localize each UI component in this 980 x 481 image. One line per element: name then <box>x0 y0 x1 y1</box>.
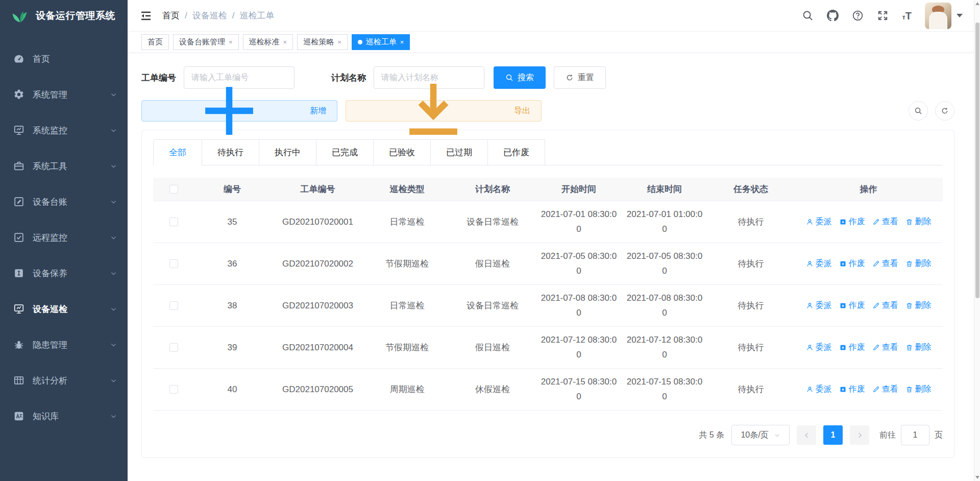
cell-start-time: 2021-07-12 08:30:00 <box>536 327 622 369</box>
close-icon[interactable]: × <box>337 38 341 46</box>
refresh-table-button[interactable] <box>935 101 954 121</box>
row-checkbox[interactable] <box>169 218 178 226</box>
delegate-link[interactable]: 委派 <box>806 258 832 269</box>
goto-page-input[interactable] <box>901 425 929 445</box>
tag-inspection-strategy[interactable]: 巡检策略 × <box>297 34 348 50</box>
trash-icon <box>905 302 913 309</box>
cell-status: 待执行 <box>707 285 794 327</box>
avatar[interactable] <box>925 3 951 29</box>
prev-page-button[interactable] <box>797 425 816 445</box>
delegate-link[interactable]: 委派 <box>806 217 832 227</box>
view-link[interactable]: 查看 <box>872 300 898 311</box>
cell-order-no: GD202107020002 <box>271 243 365 285</box>
tab-expired[interactable]: 已过期 <box>431 139 488 165</box>
row-checkbox[interactable] <box>169 301 178 310</box>
sidebar-item-knowledge-base[interactable]: 知识库 <box>0 398 128 434</box>
reset-button[interactable]: 重置 <box>554 66 606 89</box>
tab-voided[interactable]: 已作废 <box>488 139 545 165</box>
sidebar-item-system-monitor[interactable]: 系统监控 <box>0 112 128 148</box>
page-size-select[interactable]: 10条/页 <box>731 425 790 445</box>
tag-equipment-ledger-mgmt[interactable]: 设备台账管理 × <box>173 34 239 50</box>
pencil-icon <box>872 344 880 351</box>
font-size-icon[interactable]: тT <box>902 11 912 21</box>
delegate-link[interactable]: 委派 <box>806 342 832 353</box>
view-link[interactable]: 查看 <box>872 217 898 227</box>
sidebar-item-hazard-mgmt[interactable]: 隐患管理 <box>0 327 128 363</box>
breadcrumb-home[interactable]: 首页 <box>162 10 180 21</box>
row-checkbox[interactable] <box>169 259 178 268</box>
delete-link[interactable]: 删除 <box>905 384 932 395</box>
select-all-checkbox[interactable] <box>169 185 178 194</box>
delete-link[interactable]: 删除 <box>905 300 932 311</box>
tab-pending[interactable]: 待执行 <box>202 139 259 165</box>
export-button[interactable]: 导出 <box>346 100 542 122</box>
cell-order-no: GD202107020005 <box>271 369 365 411</box>
breadcrumb-parent: 设备巡检 <box>192 10 227 21</box>
void-link[interactable]: 作废 <box>839 217 865 227</box>
sidebar-item-equipment-maintenance[interactable]: 设备保养 <box>0 255 128 291</box>
close-icon[interactable]: × <box>283 38 287 46</box>
delete-link[interactable]: 删除 <box>905 258 932 269</box>
help-icon[interactable] <box>852 10 864 21</box>
cell-type: 节假期巡检 <box>365 327 449 369</box>
app-logo[interactable]: 设备运行管理系统 <box>0 0 128 32</box>
scrollbar-up-arrow[interactable] <box>975 2 979 5</box>
chevron-down-icon <box>110 162 117 170</box>
fullscreen-icon[interactable] <box>877 10 889 21</box>
delete-link[interactable]: 删除 <box>905 342 932 353</box>
page-number-button[interactable]: 1 <box>823 425 843 445</box>
add-button[interactable]: 新增 <box>141 100 337 122</box>
next-page-button[interactable] <box>850 425 869 445</box>
tag-inspection-standard[interactable]: 巡检标准 × <box>243 34 293 50</box>
user-menu[interactable] <box>925 3 963 29</box>
sidebar-item-equipment-inspection[interactable]: 设备巡检 <box>0 291 128 327</box>
view-link[interactable]: 查看 <box>872 342 898 353</box>
delegate-link[interactable]: 委派 <box>806 300 832 311</box>
void-link[interactable]: 作废 <box>839 342 865 353</box>
show-search-toggle-button[interactable] <box>909 101 928 121</box>
vertical-scrollbar[interactable] <box>974 0 980 481</box>
cell-end-time: 2021-07-12 08:30:00 <box>622 327 707 369</box>
view-link[interactable]: 查看 <box>872 258 898 269</box>
view-link[interactable]: 查看 <box>872 384 898 395</box>
cell-id: 38 <box>194 285 271 327</box>
row-checkbox[interactable] <box>169 343 178 352</box>
delete-link[interactable]: 删除 <box>905 217 932 227</box>
chevron-down-icon <box>110 413 117 420</box>
sidebar-item-system-tools[interactable]: 系统工具 <box>0 148 128 184</box>
github-icon[interactable] <box>827 10 839 21</box>
tab-accepted[interactable]: 已验收 <box>374 139 431 165</box>
bug-icon <box>13 339 24 350</box>
void-link[interactable]: 作废 <box>839 300 865 311</box>
tag-home[interactable]: 首页 <box>141 34 169 50</box>
chevron-down-icon <box>110 198 117 206</box>
sidebar-item-system-mgmt[interactable]: 系统管理 <box>0 77 128 112</box>
cell-id: 40 <box>194 369 271 411</box>
status-tabs: 全部 待执行 执行中 已完成 已验收 已过期 已作废 <box>153 139 943 165</box>
close-icon[interactable]: × <box>229 38 233 46</box>
cell-plan: 休假巡检 <box>449 369 536 411</box>
cell-order-no: GD202107020004 <box>271 327 365 369</box>
scrollbar-down-arrow[interactable] <box>975 476 979 479</box>
close-icon[interactable]: × <box>400 38 404 46</box>
header-plan: 计划名称 <box>449 178 536 201</box>
delegate-link[interactable]: 委派 <box>806 384 832 395</box>
search-icon[interactable] <box>802 10 814 21</box>
cell-type: 日常巡检 <box>365 285 449 327</box>
tab-completed[interactable]: 已完成 <box>316 139 374 165</box>
sidebar-fold-icon[interactable] <box>140 10 152 22</box>
sidebar-item-equipment-ledger[interactable]: 设备台账 <box>0 184 128 220</box>
user-icon <box>806 260 814 268</box>
row-checkbox[interactable] <box>169 385 178 394</box>
tab-executing[interactable]: 执行中 <box>259 139 316 165</box>
user-icon <box>806 218 814 226</box>
tab-all[interactable]: 全部 <box>153 139 202 165</box>
void-link[interactable]: 作废 <box>839 258 865 269</box>
void-link[interactable]: 作废 <box>839 384 865 395</box>
table-row: 39 GD202107020004 节假期巡检 假日巡检 2021-07-12 … <box>153 327 943 369</box>
scrollbar-thumb[interactable] <box>975 22 979 298</box>
sidebar-item-home[interactable]: 首页 <box>0 41 128 77</box>
sidebar-item-statistics[interactable]: 统计分析 <box>0 363 128 398</box>
tag-inspection-workorder[interactable]: 巡检工单 × <box>352 34 410 50</box>
sidebar-item-remote-monitor[interactable]: 远程监控 <box>0 220 128 255</box>
